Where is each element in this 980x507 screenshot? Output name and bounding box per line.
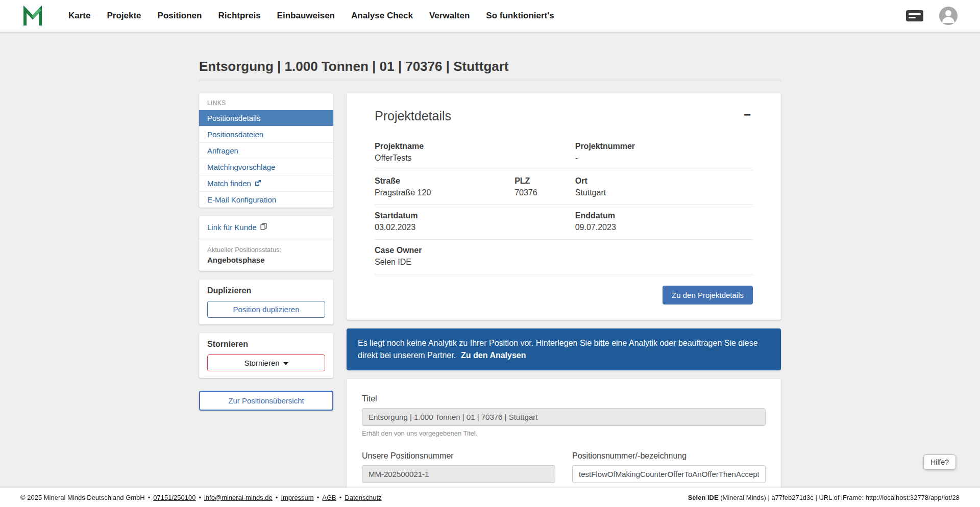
- email-link[interactable]: info@mineral-minds.de: [204, 494, 273, 501]
- copyright-text: © 2025 Mineral Minds Deutschland GmbH: [20, 494, 145, 501]
- sidebar-links-card: LINKS Positionsdetails Positionsdateien …: [199, 93, 333, 208]
- position-number-input[interactable]: [572, 465, 766, 483]
- startdatum-label: Startdatum: [375, 211, 514, 220]
- footer-separator: •: [339, 494, 342, 501]
- titel-help: Erhält den von uns vorgegebenen Titel.: [362, 429, 766, 437]
- card-divider: [199, 239, 333, 239]
- sidebar-item-positionsdateien[interactable]: Positionsdateien: [199, 126, 333, 142]
- project-row-owner: Case Owner Selen IDE: [375, 240, 753, 274]
- nav-item-richtpreis[interactable]: Richtpreis: [218, 11, 260, 21]
- session-details: (Mineral Minds) | a77feb271d3c | URL of …: [719, 494, 960, 501]
- phone-link[interactable]: 07151/250100: [153, 494, 195, 501]
- project-details-card: Projektdetails − Projektname OfferTests …: [347, 93, 781, 320]
- titel-label: Titel: [362, 394, 766, 403]
- agb-link[interactable]: AGB: [322, 494, 336, 501]
- projektnummer-value: -: [575, 154, 753, 163]
- our-number-label: Unsere Positionsnummer: [362, 451, 555, 461]
- position-overview-button[interactable]: Zur Positionsübersicht: [199, 391, 333, 411]
- nav-item-verwalten[interactable]: Verwalten: [429, 11, 470, 21]
- our-position-number-input: [362, 465, 555, 483]
- cancel-heading: Stornieren: [207, 340, 325, 349]
- page-title: Entsorgung | 1.000 Tonnen | 01 | 70376 |…: [199, 59, 781, 74]
- startdatum-value: 03.02.2023: [375, 223, 514, 232]
- analytics-info-banner: Es liegt noch keine Analytik zu Ihrer Po…: [347, 328, 781, 370]
- cancel-position-button[interactable]: Stornieren: [207, 354, 325, 371]
- help-button[interactable]: Hilfe?: [923, 454, 956, 470]
- duplicate-card: Duplizieren Position duplizieren: [199, 280, 333, 324]
- footer-separator: •: [199, 494, 201, 501]
- footer-separator: •: [317, 494, 320, 501]
- projektname-value: OfferTests: [375, 154, 514, 163]
- collapse-minus-icon[interactable]: −: [742, 109, 753, 121]
- customer-link[interactable]: Link für Kunde: [207, 223, 267, 232]
- sidebar-item-anfragen[interactable]: Anfragen: [199, 142, 333, 159]
- links-header: LINKS: [199, 93, 333, 110]
- title-divider: [199, 81, 781, 81]
- sidebar-item-matchingvorschlaege[interactable]: Matchingvorschläge: [199, 159, 333, 175]
- project-row-address: Straße Pragstraße 120 PLZ 70376 Ort Stut…: [375, 170, 753, 205]
- nav-item-analyse-check[interactable]: Analyse Check: [351, 11, 413, 21]
- session-user: Selen IDE: [688, 494, 719, 501]
- sidebar-item-label: Match finden: [207, 179, 251, 188]
- caret-down-icon: [283, 362, 288, 365]
- nav-item-einbauweisen[interactable]: Einbauweisen: [277, 11, 335, 21]
- go-to-analyses-link[interactable]: Zu den Analysen: [461, 351, 526, 360]
- plz-label: PLZ: [514, 176, 575, 186]
- plz-value: 70376: [514, 188, 575, 197]
- position-status-label: Aktueller Positionsstatus:: [207, 246, 325, 253]
- project-row-dates: Startdatum 03.02.2023 Enddatum 09.07.202…: [375, 205, 753, 240]
- nav-item-so-funktionierts[interactable]: So funktioniert's: [486, 11, 554, 21]
- copy-icon: [260, 223, 267, 232]
- banner-text: Es liegt noch keine Analytik zu Ihrer Po…: [358, 339, 758, 360]
- nav-item-karte[interactable]: Karte: [68, 11, 90, 21]
- titel-field-group: Titel Erhält den von uns vorgegebenen Ti…: [362, 394, 766, 437]
- mineral-minds-logo[interactable]: [22, 6, 43, 26]
- titel-input: [362, 408, 766, 426]
- case-owner-value: Selen IDE: [375, 258, 514, 267]
- position-status-value: Angebotsphase: [207, 256, 325, 264]
- ort-label: Ort: [575, 176, 753, 186]
- footer-separator: •: [276, 494, 278, 501]
- impressum-link[interactable]: Impressum: [281, 494, 313, 501]
- nav-item-projekte[interactable]: Projekte: [107, 11, 141, 21]
- datenschutz-link[interactable]: Datenschutz: [345, 494, 381, 501]
- strasse-label: Straße: [375, 176, 514, 186]
- footer: © 2025 Mineral Minds Deutschland GmbH • …: [0, 488, 980, 507]
- enddatum-value: 09.07.2023: [575, 223, 753, 232]
- customer-link-card: Link für Kunde Aktueller Positionsstatus…: [199, 216, 333, 271]
- project-row-name-number: Projektname OfferTests Projektnummer -: [375, 136, 753, 170]
- sidebar-item-match-finden[interactable]: Match finden: [199, 175, 333, 191]
- sidebar-item-positionsdetails[interactable]: Positionsdetails: [199, 110, 333, 126]
- cancel-card: Stornieren Stornieren: [199, 333, 333, 378]
- top-navbar: Karte Projekte Positionen Richtpreis Ein…: [0, 0, 980, 32]
- credit-card-icon[interactable]: [905, 10, 924, 22]
- nav-item-positionen[interactable]: Positionen: [158, 11, 202, 21]
- sidebar-item-email-konfiguration[interactable]: E-Mail Konfiguration: [199, 191, 333, 208]
- projektname-label: Projektname: [375, 142, 514, 151]
- main-panel: Projektdetails − Projektname OfferTests …: [347, 93, 781, 507]
- user-avatar[interactable]: [939, 7, 958, 25]
- sidebar: LINKS Positionsdetails Positionsdateien …: [199, 93, 333, 411]
- duplicate-heading: Duplizieren: [207, 286, 325, 295]
- strasse-value: Pragstraße 120: [375, 188, 514, 197]
- ort-value: Stuttgart: [575, 188, 753, 197]
- case-owner-label: Case Owner: [375, 246, 514, 255]
- customer-link-label: Link für Kunde: [207, 223, 257, 232]
- custom-number-label: Positionsnummer/-bezeichnung: [572, 451, 766, 461]
- go-to-project-details-button[interactable]: Zu den Projektdetails: [663, 286, 753, 305]
- main-nav: Karte Projekte Positionen Richtpreis Ein…: [68, 11, 554, 21]
- duplicate-position-button[interactable]: Position duplizieren: [207, 301, 325, 318]
- enddatum-label: Enddatum: [575, 211, 753, 220]
- footer-separator: •: [148, 494, 151, 501]
- project-details-title: Projektdetails: [375, 109, 451, 123]
- projektnummer-label: Projektnummer: [575, 142, 753, 151]
- external-link-icon: [255, 179, 261, 188]
- session-info: Selen IDE (Mineral Minds) | a77feb271d3c…: [688, 494, 960, 501]
- cancel-button-label: Stornieren: [244, 359, 279, 367]
